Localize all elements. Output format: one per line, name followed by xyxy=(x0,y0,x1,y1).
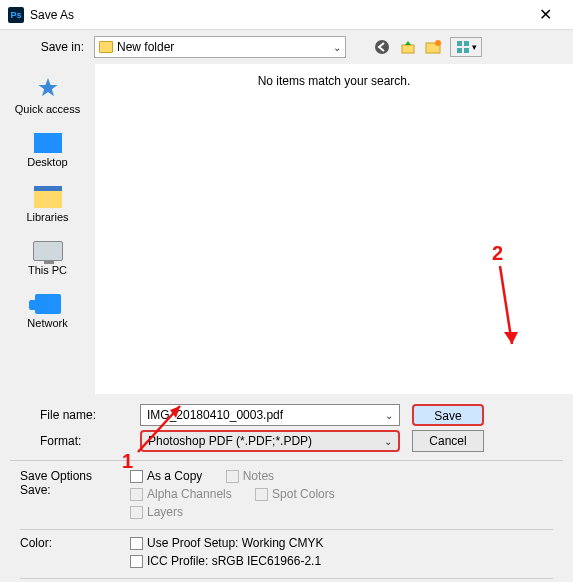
empty-message: No items match your search. xyxy=(95,74,573,88)
chevron-down-icon: ⌄ xyxy=(333,42,341,53)
close-button[interactable]: ✕ xyxy=(525,5,565,24)
checkbox-notes: Notes xyxy=(226,469,274,483)
main-area: Quick access Desktop Libraries This PC N… xyxy=(0,64,573,394)
back-icon[interactable] xyxy=(372,37,392,57)
libraries-icon xyxy=(34,186,62,208)
save-options-panel: Save Options Save: As a Copy Notes Alpha… xyxy=(10,460,563,582)
savein-label: Save in: xyxy=(14,40,84,54)
chevron-down-icon: ⌄ xyxy=(384,436,392,447)
chevron-down-icon: ⌄ xyxy=(385,410,393,421)
svg-point-0 xyxy=(375,40,389,54)
checkbox-alpha: Alpha Channels xyxy=(130,487,232,501)
sidebar-item-desktop[interactable]: Desktop xyxy=(0,129,95,172)
format-dropdown[interactable]: Photoshop PDF (*.PDF;*.PDP) ⌄ xyxy=(140,430,400,452)
window-title: Save As xyxy=(30,8,525,22)
sidebar-item-network[interactable]: Network xyxy=(0,290,95,333)
svg-rect-5 xyxy=(464,41,469,46)
cancel-button[interactable]: Cancel xyxy=(412,430,484,452)
color-title: Color: xyxy=(20,536,130,550)
svg-rect-1 xyxy=(402,45,414,53)
sidebar-item-quickaccess[interactable]: Quick access xyxy=(0,72,95,119)
filename-input[interactable]: IMG_20180410_0003.pdf ⌄ xyxy=(140,404,400,426)
format-label: Format: xyxy=(10,434,140,448)
star-icon xyxy=(34,76,62,100)
checkbox-asacopy[interactable]: As a Copy xyxy=(130,469,202,483)
checkbox-spot: Spot Colors xyxy=(255,487,335,501)
svg-point-3 xyxy=(435,40,441,46)
savein-dropdown[interactable]: New folder ⌄ xyxy=(94,36,346,58)
checkbox-layers: Layers xyxy=(130,505,183,519)
svg-rect-4 xyxy=(457,41,462,46)
desktop-icon xyxy=(34,133,62,153)
save-options-title: Save Options xyxy=(20,469,130,483)
save-subtitle: Save: xyxy=(20,483,130,497)
new-folder-icon[interactable] xyxy=(424,37,444,57)
checkbox-icc[interactable]: ICC Profile: sRGB IEC61966-2.1 xyxy=(130,554,321,568)
folder-icon xyxy=(99,41,113,53)
filename-label: File name: xyxy=(10,408,140,422)
sidebar-item-thispc[interactable]: This PC xyxy=(0,237,95,280)
titlebar: Ps Save As ✕ xyxy=(0,0,573,30)
photoshop-icon: Ps xyxy=(8,7,24,23)
pc-icon xyxy=(33,241,63,261)
svg-rect-7 xyxy=(464,48,469,53)
sidebar-item-libraries[interactable]: Libraries xyxy=(0,182,95,227)
save-button[interactable]: Save xyxy=(412,404,484,426)
places-sidebar: Quick access Desktop Libraries This PC N… xyxy=(0,64,95,394)
network-icon xyxy=(35,294,61,314)
savein-row: Save in: New folder ⌄ ▾ xyxy=(0,30,573,64)
savein-value: New folder xyxy=(117,40,174,54)
up-icon[interactable] xyxy=(398,37,418,57)
svg-rect-6 xyxy=(457,48,462,53)
file-list-area[interactable]: No items match your search. xyxy=(95,64,573,394)
bottom-panel: File name: IMG_20180410_0003.pdf ⌄ Save … xyxy=(0,394,573,582)
checkbox-proof[interactable]: Use Proof Setup: Working CMYK xyxy=(130,536,324,550)
view-menu-icon[interactable]: ▾ xyxy=(450,37,482,57)
